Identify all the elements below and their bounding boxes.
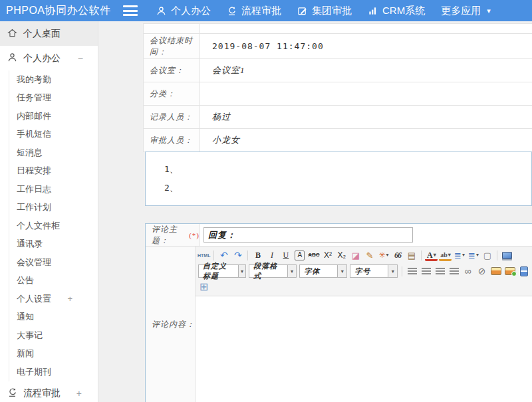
insert-table-icon[interactable]: ⊞ <box>198 281 210 294</box>
workflow-icon <box>7 387 17 399</box>
table-row-meeting-room: 会议室： 会议室1 <box>144 59 532 82</box>
align-left-icon[interactable] <box>406 265 418 278</box>
person-icon <box>156 6 166 16</box>
field-label: 记录人员： <box>144 106 200 128</box>
person-icon <box>7 52 17 64</box>
sidebar-item-work-plan[interactable]: 工作计划 <box>9 199 98 217</box>
sidebar: 个人桌面 个人办公 − 我的考勤 任务管理 内部邮件 手机短信 短消息 日程安排… <box>0 21 98 402</box>
field-label: 审批人员： <box>144 129 200 151</box>
editor-toolbar: HTML ↶ ↷ B I U A ABC X² X₂ ◪ ✎ <box>196 247 532 296</box>
html-source-button[interactable]: HTML <box>198 249 210 262</box>
insert-image-icon[interactable] <box>489 265 502 278</box>
align-center-icon[interactable] <box>420 265 432 278</box>
table-row-partial <box>144 24 532 34</box>
sidebar-item-work-diary[interactable]: 工作日志 <box>9 180 98 199</box>
sidebar-item-personal-settings[interactable]: 个人设置+ <box>9 290 98 308</box>
sidebar-item-label: 工作日志 <box>17 183 51 195</box>
app-logo: PHPOA协同办公软件 <box>0 4 123 18</box>
font-size-select[interactable]: 字号▾ <box>350 264 398 278</box>
sidebar-submenu: 我的考勤 任务管理 内部邮件 手机短信 短消息 日程安排 工作日志 工作计划 个… <box>9 70 98 381</box>
sidebar-item-my-attendance[interactable]: 我的考勤 <box>9 70 98 89</box>
quick-format-icon[interactable]: ✳▾ <box>377 249 390 262</box>
sidebar-item-e-journal[interactable]: 电子期刊 <box>9 363 98 381</box>
chevron-down-icon: ▾ <box>388 265 397 277</box>
sidebar-item-personal-files[interactable]: 个人文件柜 <box>9 217 98 235</box>
sidebar-item-news[interactable]: 新闻 <box>9 345 98 363</box>
sidebar-item-internal-mail[interactable]: 内部邮件 <box>9 107 98 126</box>
strikethrough-icon[interactable]: ABC <box>307 249 320 262</box>
insert-media-icon[interactable] <box>517 265 530 278</box>
bold-icon[interactable]: B <box>251 249 264 262</box>
paragraph-format-select[interactable]: 段落格式▾ <box>249 264 297 278</box>
nav-workflow-approval[interactable]: 流程审批 <box>227 5 281 17</box>
ordered-list-icon[interactable]: ≣▾ <box>453 249 466 262</box>
redo-icon[interactable]: ↷ <box>231 249 244 262</box>
nav-personal-office[interactable]: 个人办公 <box>156 5 211 17</box>
sidebar-item-sms[interactable]: 手机短信 <box>9 126 98 144</box>
sidebar-item-memorabilia[interactable]: 大事记 <box>9 326 98 345</box>
hamburger-menu-icon[interactable] <box>123 5 138 16</box>
format-brush-icon[interactable]: ✎ <box>363 249 376 262</box>
undo-icon[interactable]: ↶ <box>217 249 230 262</box>
remove-link-icon[interactable]: ⊘ <box>475 265 488 278</box>
sidebar-item-task-management[interactable]: 任务管理 <box>9 89 98 108</box>
table-row-category: 分类： <box>144 82 532 106</box>
nav-label: CRM系统 <box>382 5 425 17</box>
underline-icon[interactable]: U <box>279 249 292 262</box>
expand-icon[interactable]: + <box>76 388 82 399</box>
toolbar-row-3: ⊞ <box>197 279 531 295</box>
remove-format-icon[interactable]: ◪ <box>349 249 362 262</box>
sidebar-item-short-message[interactable]: 短消息 <box>9 144 98 162</box>
nav-group-approval[interactable]: 集团审批 <box>297 5 352 17</box>
minutes-line: 2、 <box>164 179 531 197</box>
sidebar-item-personal-office[interactable]: 个人办公 − <box>0 46 98 70</box>
align-right-icon[interactable] <box>434 265 446 278</box>
expand-icon[interactable]: + <box>67 294 72 304</box>
unordered-list-icon[interactable]: ≣▾ <box>467 249 479 262</box>
collapse-icon[interactable]: − <box>78 53 83 64</box>
new-page-icon[interactable]: ▢ <box>481 249 493 262</box>
sidebar-item-label: 我的考勤 <box>17 74 51 86</box>
sidebar-item-announcement[interactable]: 公告 <box>9 272 98 290</box>
highlight-color-icon[interactable]: ab▾ <box>439 251 452 261</box>
required-mark: (*) <box>189 231 200 239</box>
justify-icon[interactable] <box>448 265 460 278</box>
font-color-icon[interactable]: A▾ <box>425 251 438 261</box>
chevron-down-icon: ▾ <box>287 265 296 277</box>
nav-label: 更多应用 <box>441 5 481 17</box>
nav-more-apps[interactable]: 更多应用 ▾ <box>441 5 491 17</box>
sidebar-item-personal-desktop[interactable]: 个人桌面 <box>0 21 98 46</box>
chevron-down-icon: ▾ <box>476 252 479 258</box>
comment-form-table: 评论主题：(*) 评论内容： HTML ↶ ↷ B <box>145 223 532 402</box>
sidebar-item-workflow-approval[interactable]: 流程审批 + <box>0 381 98 402</box>
blockquote-icon[interactable]: 66 <box>391 249 404 262</box>
sidebar-item-schedule[interactable]: 日程安排 <box>9 162 98 181</box>
comment-content-label-cell: 评论内容： <box>146 247 196 402</box>
fullscreen-icon[interactable] <box>501 249 513 262</box>
sidebar-item-label: 电子期刊 <box>17 366 51 378</box>
sidebar-item-label: 公告 <box>17 274 34 286</box>
minutes-line: 1、 <box>164 160 531 179</box>
sidebar-item-label: 个人办公 <box>23 52 61 64</box>
insert-link-icon[interactable]: ∞ <box>462 265 474 278</box>
comment-subject-input[interactable] <box>203 227 413 243</box>
sidebar-item-label: 大事记 <box>17 330 43 342</box>
italic-icon[interactable]: I <box>265 249 278 262</box>
subscript-icon[interactable]: X₂ <box>335 249 348 262</box>
toolbar-row-1: HTML ↶ ↷ B I U A ABC X² X₂ ◪ ✎ <box>197 247 531 263</box>
chevron-down-icon: ▾ <box>238 265 245 277</box>
font-family-select[interactable]: 字体▾ <box>299 264 347 278</box>
paste-icon[interactable]: ▤ <box>405 249 418 262</box>
sidebar-item-notice[interactable]: 通知 <box>9 308 98 327</box>
superscript-icon[interactable]: X² <box>321 249 334 262</box>
sidebar-item-meeting-management[interactable]: 会议管理 <box>9 253 98 272</box>
sidebar-item-contacts[interactable]: 通讯录 <box>9 235 98 254</box>
comment-subject-label-cell: 评论主题：(*) <box>146 224 200 246</box>
sidebar-item-label: 日程安排 <box>17 165 51 177</box>
upload-image-icon[interactable] <box>503 265 516 278</box>
custom-heading-select[interactable]: 自定义标题▾ <box>198 264 246 278</box>
editor-content-area[interactable] <box>196 296 532 402</box>
font-style-icon[interactable]: A <box>295 251 305 260</box>
nav-crm-system[interactable]: CRM系统 <box>368 5 425 17</box>
nav-label: 流程审批 <box>241 5 281 17</box>
